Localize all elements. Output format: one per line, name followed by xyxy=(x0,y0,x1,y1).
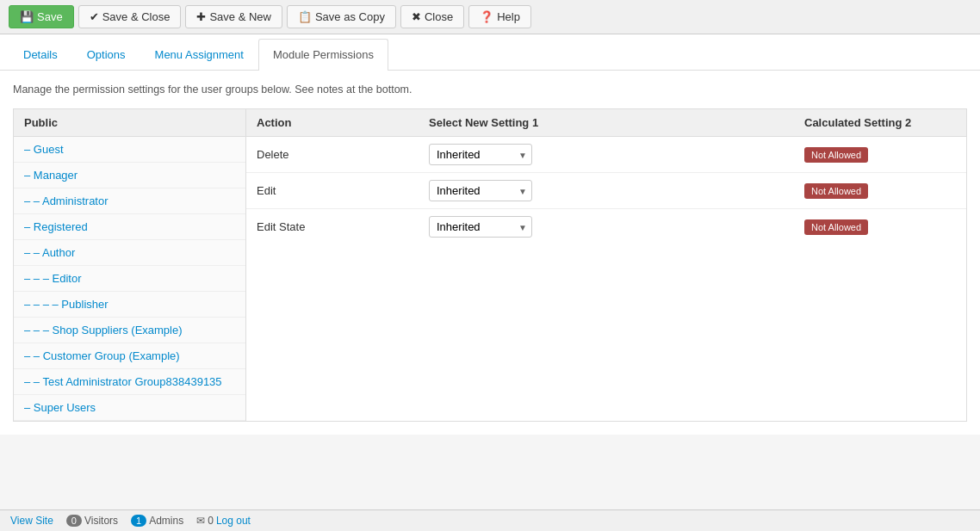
save-copy-button[interactable]: 📋 Save as Copy xyxy=(287,5,396,28)
tab-menu-assignment[interactable]: Menu Assignment xyxy=(140,39,258,70)
col-action-header: Action xyxy=(246,109,419,136)
tabs: Details Options Menu Assignment Module P… xyxy=(0,34,980,71)
save-close-button[interactable]: ✔ Save & Close xyxy=(78,5,182,28)
setting-select[interactable]: InheritedAllowedDenied xyxy=(429,144,532,165)
group-item[interactable]: – Manager xyxy=(14,163,245,188)
help-button[interactable]: ❓ Help xyxy=(468,5,531,28)
tab-details[interactable]: Details xyxy=(9,39,72,70)
groups-panel-header: Public xyxy=(14,109,245,137)
check-icon: ✔ xyxy=(90,10,99,23)
groups-panel: Public – Guest– Manager– – Administrator… xyxy=(14,109,246,421)
permissions-layout: Public – Guest– Manager– – Administrator… xyxy=(13,108,967,422)
calculated-col: Not Allowed xyxy=(794,176,966,206)
not-allowed-badge: Not Allowed xyxy=(804,219,868,235)
not-allowed-badge: Not Allowed xyxy=(804,183,868,199)
description-text: Manage the permission settings for the u… xyxy=(13,83,967,96)
plus-icon: ✚ xyxy=(196,10,206,23)
save-button[interactable]: 💾 Save xyxy=(9,5,74,28)
setting-select[interactable]: InheritedAllowedDenied xyxy=(429,180,532,201)
tab-module-permissions[interactable]: Module Permissions xyxy=(258,39,388,71)
action-label: Edit State xyxy=(246,212,419,242)
calculated-col: Not Allowed xyxy=(794,140,966,170)
help-icon: ❓ xyxy=(480,10,493,23)
group-item[interactable]: – – Test Administrator Group838439135 xyxy=(14,369,245,395)
setting-col: InheritedAllowedDenied xyxy=(419,209,794,244)
calculated-col: Not Allowed xyxy=(794,213,966,242)
close-button[interactable]: ✖ Close xyxy=(400,5,464,28)
group-item[interactable]: – – Author xyxy=(14,240,245,266)
setting-col: InheritedAllowedDenied xyxy=(419,137,794,172)
group-item[interactable]: – – Customer Group (Example) xyxy=(14,343,245,369)
group-item[interactable]: – – Administrator xyxy=(14,188,245,214)
setting-col: InheritedAllowedDenied xyxy=(419,173,794,208)
toolbar: 💾 Save ✔ Save & Close ✚ Save & New 📋 Sav… xyxy=(0,0,980,34)
main-content: Manage the permission settings for the u… xyxy=(0,71,980,435)
permission-row: EditInheritedAllowedDeniedNot Allowed xyxy=(246,173,966,209)
copy-icon: 📋 xyxy=(298,10,312,23)
tab-options[interactable]: Options xyxy=(72,39,140,70)
group-item[interactable]: – Registered xyxy=(14,214,245,240)
action-label: Edit xyxy=(246,176,419,206)
group-item[interactable]: – – – Editor xyxy=(14,266,245,292)
group-item[interactable]: – Super Users xyxy=(14,395,245,421)
close-icon: ✖ xyxy=(412,10,421,23)
setting-select[interactable]: InheritedAllowedDenied xyxy=(429,216,532,238)
col-select-header: Select New Setting 1 xyxy=(419,109,794,136)
group-item[interactable]: – – – – Publisher xyxy=(14,292,245,318)
save-new-button[interactable]: ✚ Save & New xyxy=(185,5,282,28)
permission-row: Edit StateInheritedAllowedDeniedNot Allo… xyxy=(246,209,966,244)
permissions-panel: Action Select New Setting 1 Calculated S… xyxy=(246,109,966,421)
not-allowed-badge: Not Allowed xyxy=(804,147,868,163)
action-label: Delete xyxy=(246,139,419,170)
group-item[interactable]: – Guest xyxy=(14,137,245,163)
save-icon: 💾 xyxy=(20,10,34,23)
permissions-header: Action Select New Setting 1 Calculated S… xyxy=(246,109,966,137)
permission-row: DeleteInheritedAllowedDeniedNot Allowed xyxy=(246,137,966,173)
group-item[interactable]: – – – Shop Suppliers (Example) xyxy=(14,318,245,343)
col-calculated-header: Calculated Setting 2 xyxy=(794,109,966,136)
